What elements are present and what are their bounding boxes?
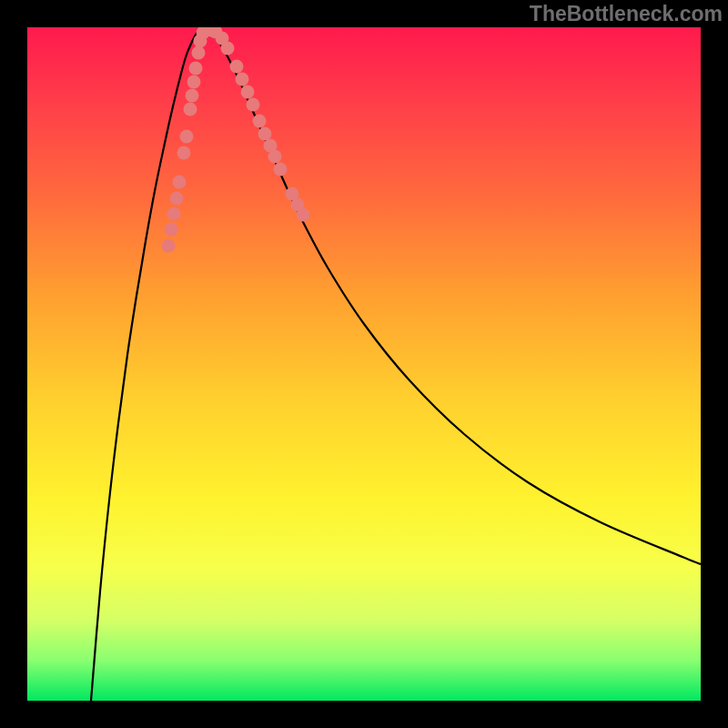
chart-frame: TheBottleneck.com [0,0,728,728]
data-marker [264,139,278,153]
data-marker [180,130,194,144]
curve-layer [27,27,701,701]
data-marker [186,89,199,103]
data-marker [230,60,244,74]
data-marker [236,73,249,86]
data-marker [170,192,184,206]
right-branch-path [205,29,701,564]
data-marker [167,207,181,221]
data-marker [297,208,310,222]
data-marker [200,27,214,37]
data-marker [258,127,272,141]
attribution-text: TheBottleneck.com [530,2,723,26]
data-marker [187,76,201,89]
data-marker [162,239,176,253]
data-marker [184,103,197,116]
data-marker [165,223,178,237]
data-marker [192,46,206,60]
data-marker [253,115,267,128]
left-branch-path [91,29,200,701]
data-marker [291,198,305,212]
data-marker [197,27,210,40]
data-marker [247,98,260,112]
data-marker [216,32,229,46]
data-marker [205,27,218,37]
data-marker [173,176,187,189]
data-marker [209,27,223,39]
data-marker [241,86,255,99]
marker-group [162,27,310,253]
data-marker [194,35,207,48]
plot-area [27,27,701,701]
data-marker [274,163,288,177]
data-marker [189,62,203,76]
data-marker [177,147,191,160]
data-marker [221,42,235,56]
data-marker [286,187,299,201]
data-marker [268,150,282,164]
